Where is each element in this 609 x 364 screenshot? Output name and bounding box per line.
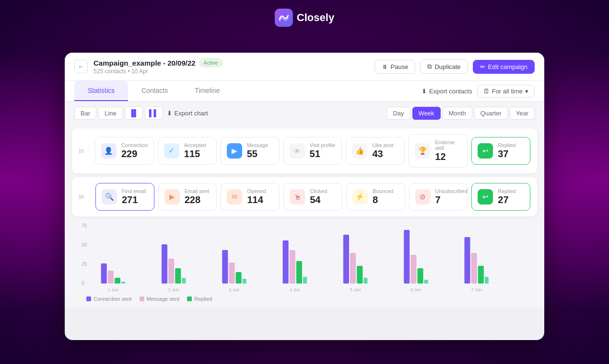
tab-contacts[interactable]: Contacts <box>128 81 181 101</box>
replied1-label: Replied <box>498 142 515 148</box>
visit-icon: 👁 <box>290 143 305 159</box>
time-filter-button[interactable]: 🗓 For all time ▾ <box>477 85 535 98</box>
svg-rect-31 <box>357 266 363 284</box>
email-sent-value: 228 <box>185 194 209 205</box>
clicked-label: Clicked <box>310 188 327 194</box>
svg-rect-41 <box>478 266 484 284</box>
legend-connection-dot <box>86 296 91 301</box>
connection-value: 229 <box>121 148 148 159</box>
svg-text:75: 75 <box>82 223 87 228</box>
period-month-button[interactable]: Month <box>443 107 472 120</box>
bar-chart2-icon: ▌▌ <box>149 109 159 117</box>
status-badge: Active <box>199 58 223 67</box>
stat-card-bounced: ⚡ Bounced 8 <box>346 183 405 211</box>
email-sent-label: Email sent <box>185 188 209 194</box>
stat-card-email-sent: ▶ Email sent 228 <box>158 183 217 211</box>
stat-card-replied2: ↩ Replied 27 <box>471 183 530 211</box>
svg-rect-40 <box>471 253 477 284</box>
svg-rect-12 <box>121 282 125 284</box>
edit-campaign-button[interactable]: ✏ Edit campaign <box>473 60 535 74</box>
legend-replied: Replied <box>187 296 212 302</box>
svg-rect-24 <box>283 240 289 284</box>
svg-text:1 Jun: 1 Jun <box>108 287 118 292</box>
svg-rect-26 <box>296 261 302 284</box>
tab-timeline[interactable]: Timeline <box>181 81 233 101</box>
legend-connection: Connection sent <box>86 296 132 302</box>
bar-chart-type-button[interactable]: Bar <box>74 107 96 120</box>
tabs-right: ⬇ Export contacts 🗓 For all time ▾ <box>422 85 535 98</box>
email-stats-row: ✉ 🔍 Find email 271 ▶ Email sent 22 <box>72 177 537 216</box>
chart-legend: Connection sent Message sent Replied <box>72 294 537 304</box>
accepted-icon: ✓ <box>164 143 179 159</box>
chart-section: 75 50 25 0 1 Jun 2 Jun <box>65 220 544 307</box>
grouped-bar-icon-button[interactable]: ▐▌ <box>125 106 143 120</box>
svg-text:6 Jun: 6 Jun <box>410 287 421 292</box>
period-quarter-button[interactable]: Quarter <box>474 107 508 120</box>
legend-replied-dot <box>187 296 192 301</box>
period-week-button[interactable]: Week <box>412 107 441 120</box>
like-icon: 👍 <box>352 143 367 159</box>
message-icon: ▶ <box>227 143 242 159</box>
svg-rect-37 <box>424 280 428 284</box>
svg-rect-11 <box>115 278 120 284</box>
stat-card-connection: 👤 Connection 229 <box>95 137 154 165</box>
svg-rect-19 <box>222 250 228 284</box>
legend-message: Message sent <box>140 296 179 302</box>
download-icon: ⬇ <box>422 88 427 95</box>
stat-card-message: ▶ Message 55 <box>221 137 280 165</box>
like-label: Like post <box>372 142 393 148</box>
campaign-info: Campaign_example - 20/09/22 Active 525 c… <box>94 58 223 75</box>
linkedin-stats-row: in 👤 Connection 229 ✓ Accepted 115 <box>72 128 537 173</box>
endorse-icon: 🏆 <box>415 143 430 159</box>
replied1-icon: ↩ <box>478 143 493 159</box>
period-buttons: Day Week Month Quarter Year <box>386 107 535 120</box>
calendar-icon: 🗓 <box>483 88 490 95</box>
clicked-icon: 🖱 <box>290 189 305 205</box>
svg-rect-25 <box>290 250 295 284</box>
connection-icon: 👤 <box>101 143 117 159</box>
linkedin-icon-col: in <box>79 147 89 155</box>
back-button[interactable]: ← <box>74 60 88 73</box>
tabs-bar: Statistics Contacts Timeline ⬇ Export co… <box>65 81 544 102</box>
export-contacts-button[interactable]: ⬇ Export contacts <box>422 88 472 95</box>
svg-rect-22 <box>243 279 246 284</box>
bounced-icon: ⚡ <box>352 189 368 205</box>
svg-rect-34 <box>404 230 410 284</box>
main-window: ← Campaign_example - 20/09/22 Active 525… <box>65 53 544 340</box>
duplicate-icon: ⧉ <box>427 63 432 70</box>
tab-statistics[interactable]: Statistics <box>74 81 128 101</box>
export-chart-button[interactable]: ⬇ Export chart <box>167 110 208 117</box>
linkedin-icon: in <box>79 147 84 155</box>
logo-icon <box>275 9 293 27</box>
top-bar: Closely <box>275 9 334 27</box>
svg-rect-35 <box>410 255 416 284</box>
pause-button[interactable]: ⏸ Pause <box>375 60 416 74</box>
email-icon: ✉ <box>79 193 84 201</box>
unsubscribed-icon: ⊘ <box>415 189 431 205</box>
tabs: Statistics Contacts Timeline <box>74 81 234 101</box>
replied1-value: 37 <box>498 148 515 159</box>
chevron-down-icon: ▾ <box>525 88 528 95</box>
header-left: ← Campaign_example - 20/09/22 Active 525… <box>74 58 223 75</box>
line-chart-type-button[interactable]: Line <box>98 107 123 120</box>
stat-card-unsubscribed: ⊘ Unsubscribed 7 <box>409 183 468 211</box>
bar-chart: 75 50 25 0 1 Jun 2 Jun <box>72 220 537 292</box>
accepted-value: 115 <box>184 148 206 159</box>
svg-rect-42 <box>485 277 489 284</box>
svg-rect-30 <box>350 253 356 284</box>
endorse-value: 12 <box>435 151 461 162</box>
svg-rect-10 <box>108 271 114 284</box>
duplicate-button[interactable]: ⧉ Duplicate <box>420 59 468 74</box>
period-year-button[interactable]: Year <box>510 107 535 120</box>
replied2-icon: ↩ <box>478 189 493 205</box>
stacked-bar-icon-button[interactable]: ▌▌ <box>145 106 163 120</box>
svg-rect-29 <box>343 235 349 284</box>
stats-section: in 👤 Connection 229 ✓ Accepted 115 <box>65 125 544 220</box>
bounced-label: Bounced <box>373 188 393 194</box>
stat-card-like: 👍 Like post 43 <box>346 137 405 165</box>
bounced-value: 8 <box>373 194 393 205</box>
svg-rect-20 <box>229 262 234 284</box>
unsubscribed-label: Unsubscribed <box>435 188 468 194</box>
replied2-label: Replied <box>498 188 515 194</box>
period-day-button[interactable]: Day <box>386 107 410 120</box>
